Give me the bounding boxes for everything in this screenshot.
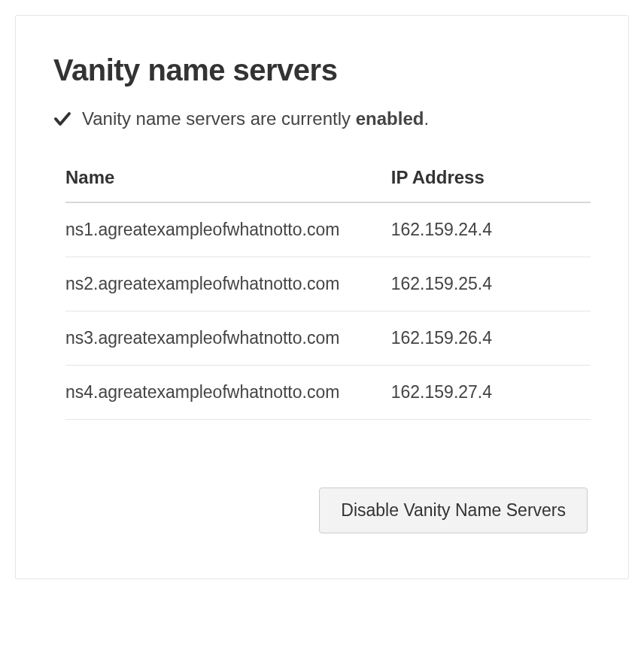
button-row: Disable Vanity Name Servers bbox=[53, 487, 591, 533]
table-row: ns1.agreatexampleofwhatnotto.com 162.159… bbox=[65, 202, 591, 257]
status-suffix: . bbox=[424, 108, 429, 129]
col-header-ip: IP Address bbox=[391, 156, 591, 202]
status-text: Vanity name servers are currently enable… bbox=[82, 108, 429, 129]
disable-vanity-ns-button[interactable]: Disable Vanity Name Servers bbox=[319, 487, 588, 533]
status-line: Vanity name servers are currently enable… bbox=[53, 108, 591, 129]
cell-ip: 162.159.25.4 bbox=[391, 257, 591, 311]
check-icon bbox=[53, 110, 71, 128]
cell-name: ns1.agreatexampleofwhatnotto.com bbox=[65, 202, 391, 257]
ns-table: Name IP Address ns1.agreatexampleofwhatn… bbox=[65, 156, 591, 420]
ns-table-wrap: Name IP Address ns1.agreatexampleofwhatn… bbox=[53, 156, 591, 420]
col-header-name: Name bbox=[65, 156, 391, 202]
table-row: ns2.agreatexampleofwhatnotto.com 162.159… bbox=[65, 257, 591, 311]
table-row: ns4.agreatexampleofwhatnotto.com 162.159… bbox=[65, 366, 591, 420]
cell-ip: 162.159.24.4 bbox=[391, 202, 591, 257]
vanity-ns-card: Vanity name servers Vanity name servers … bbox=[15, 15, 629, 579]
table-row: ns3.agreatexampleofwhatnotto.com 162.159… bbox=[65, 311, 591, 366]
status-prefix: Vanity name servers are currently bbox=[82, 108, 356, 129]
cell-name: ns3.agreatexampleofwhatnotto.com bbox=[65, 311, 391, 366]
cell-name: ns2.agreatexampleofwhatnotto.com bbox=[65, 257, 391, 311]
status-state: enabled bbox=[356, 108, 424, 129]
page-title: Vanity name servers bbox=[53, 53, 591, 87]
cell-ip: 162.159.26.4 bbox=[391, 311, 591, 366]
cell-name: ns4.agreatexampleofwhatnotto.com bbox=[65, 366, 391, 420]
cell-ip: 162.159.27.4 bbox=[391, 366, 591, 420]
